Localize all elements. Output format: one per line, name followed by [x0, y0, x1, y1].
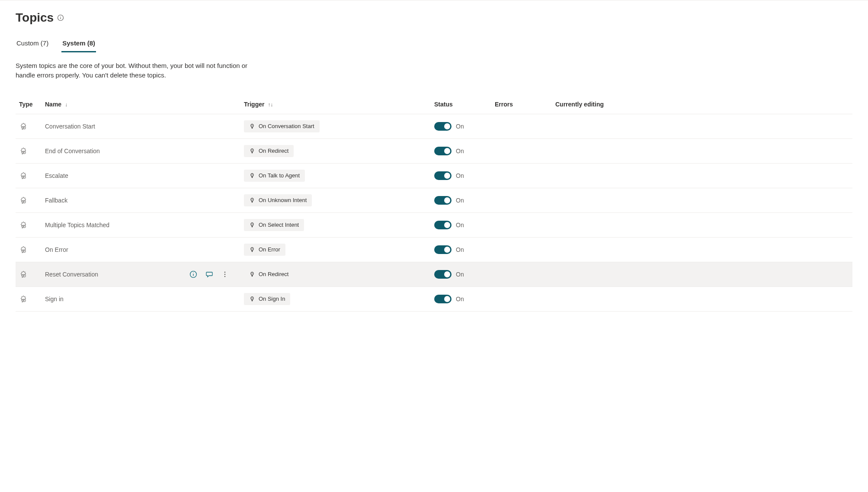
sort-both-icon: ↑↓ [268, 102, 273, 108]
system-topic-icon [19, 172, 38, 180]
lightbulb-icon [249, 172, 255, 179]
lightbulb-icon [249, 296, 255, 302]
editing-cell [552, 163, 852, 188]
table-row[interactable]: End of ConversationOn RedirectOn [16, 138, 852, 163]
trigger-label: On Redirect [259, 271, 288, 277]
table-row[interactable]: Conversation StartOn Conversation StartO… [16, 114, 852, 138]
tab-system[interactable]: System (8) [61, 37, 96, 52]
page-title: Topics [16, 11, 54, 25]
errors-cell [491, 114, 552, 138]
info-icon[interactable] [189, 270, 197, 278]
errors-cell [491, 163, 552, 188]
errors-cell [491, 286, 552, 311]
editing-cell [552, 262, 852, 286]
col-trigger[interactable]: Trigger ↑↓ [240, 96, 431, 114]
tab-custom[interactable]: Custom (7) [16, 37, 49, 52]
editing-cell [552, 237, 852, 262]
trigger-label: On Sign In [259, 296, 285, 302]
system-topic-icon [19, 270, 38, 278]
svg-point-6 [224, 271, 226, 273]
editing-cell [552, 114, 852, 138]
table-row[interactable]: EscalateOn Talk to AgentOn [16, 163, 852, 188]
table-row[interactable]: Reset ConversationOn RedirectOn [16, 262, 852, 286]
col-trigger-label: Trigger [244, 101, 264, 108]
col-errors[interactable]: Errors [491, 96, 552, 114]
editing-cell [552, 138, 852, 163]
lightbulb-icon [249, 246, 255, 253]
editing-cell [552, 188, 852, 212]
trigger-label: On Redirect [259, 148, 288, 154]
status-label: On [456, 246, 464, 253]
topic-name-link[interactable]: Fallback [45, 197, 67, 204]
trigger-label: On Talk to Agent [259, 172, 300, 179]
topics-table: Type Name ↓ Trigger ↑↓ Status Errors Cur… [16, 96, 852, 312]
errors-cell [491, 138, 552, 163]
errors-cell [491, 262, 552, 286]
trigger-pill[interactable]: On Error [244, 244, 285, 256]
status-label: On [456, 222, 464, 228]
topic-name-link[interactable]: Conversation Start [45, 123, 95, 130]
trigger-pill[interactable]: On Redirect [244, 145, 294, 157]
col-type[interactable]: Type [16, 96, 42, 114]
topic-name-link[interactable]: On Error [45, 246, 68, 253]
status-toggle[interactable] [434, 147, 452, 155]
info-icon[interactable] [57, 14, 64, 21]
table-row[interactable]: On ErrorOn ErrorOn [16, 237, 852, 262]
trigger-label: On Error [259, 246, 280, 253]
table-row[interactable]: FallbackOn Unknown IntentOn [16, 188, 852, 212]
svg-point-2 [61, 16, 61, 16]
status-label: On [456, 123, 464, 130]
status-toggle[interactable] [434, 122, 452, 131]
col-name-label: Name [45, 101, 61, 108]
tabs: Custom (7) System (8) [16, 37, 852, 52]
table-row[interactable]: Sign inOn Sign InOn [16, 286, 852, 311]
lightbulb-icon [249, 197, 255, 204]
status-label: On [456, 172, 464, 179]
trigger-pill[interactable]: On Sign In [244, 293, 290, 305]
lightbulb-icon [249, 123, 255, 130]
trigger-pill[interactable]: On Redirect [244, 268, 294, 280]
chat-test-icon[interactable] [205, 270, 214, 279]
status-label: On [456, 148, 464, 154]
editing-cell [552, 286, 852, 311]
system-topic-icon [19, 147, 38, 155]
col-status[interactable]: Status [431, 96, 491, 114]
col-editing[interactable]: Currently editing [552, 96, 852, 114]
topic-name-link[interactable]: End of Conversation [45, 148, 100, 154]
topic-name-link[interactable]: Multiple Topics Matched [45, 222, 109, 228]
errors-cell [491, 212, 552, 237]
errors-cell [491, 237, 552, 262]
svg-point-5 [193, 272, 193, 273]
system-topic-icon [19, 221, 38, 229]
status-toggle[interactable] [434, 245, 452, 254]
topic-name-link[interactable]: Reset Conversation [45, 271, 98, 278]
status-toggle[interactable] [434, 221, 452, 229]
system-topic-icon [19, 196, 38, 204]
system-topic-icon [19, 246, 38, 254]
svg-point-7 [224, 273, 226, 275]
lightbulb-icon [249, 271, 255, 278]
trigger-label: On Unknown Intent [259, 197, 307, 203]
status-toggle[interactable] [434, 196, 452, 205]
more-actions-icon[interactable] [221, 271, 228, 278]
trigger-pill[interactable]: On Conversation Start [244, 120, 320, 132]
status-toggle[interactable] [434, 270, 452, 279]
topic-name-link[interactable]: Sign in [45, 296, 64, 302]
trigger-label: On Select Intent [259, 222, 299, 228]
lightbulb-icon [249, 222, 255, 228]
sort-down-icon: ↓ [65, 102, 67, 108]
col-name[interactable]: Name ↓ [42, 96, 240, 114]
system-topic-icon [19, 295, 38, 303]
trigger-pill[interactable]: On Talk to Agent [244, 170, 305, 182]
status-toggle[interactable] [434, 295, 452, 303]
errors-cell [491, 188, 552, 212]
trigger-pill[interactable]: On Unknown Intent [244, 194, 312, 206]
status-toggle[interactable] [434, 171, 452, 180]
svg-point-8 [224, 276, 226, 277]
topic-name-link[interactable]: Escalate [45, 172, 68, 179]
editing-cell [552, 212, 852, 237]
system-topic-icon [19, 122, 38, 130]
table-row[interactable]: Multiple Topics MatchedOn Select IntentO… [16, 212, 852, 237]
trigger-pill[interactable]: On Select Intent [244, 219, 304, 231]
status-label: On [456, 296, 464, 302]
